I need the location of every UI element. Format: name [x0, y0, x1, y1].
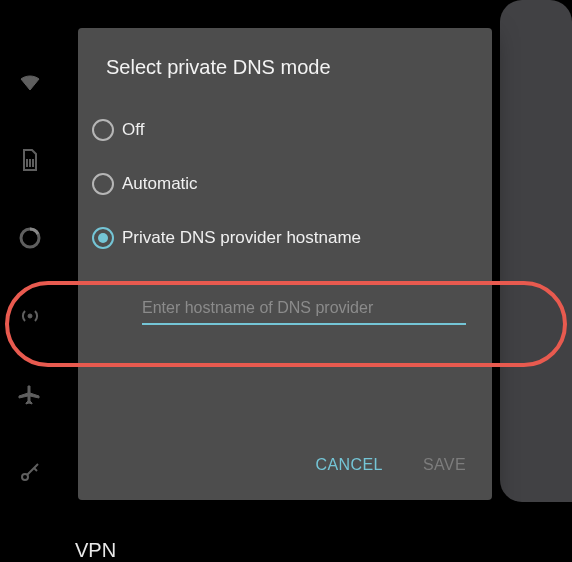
hotspot-icon [18, 304, 42, 332]
option-off[interactable]: Off [90, 103, 480, 157]
svg-point-4 [28, 314, 32, 318]
sim-icon [18, 148, 42, 176]
option-label: Off [122, 120, 144, 140]
right-panel [500, 0, 572, 502]
radio-icon [92, 227, 114, 249]
svg-line-7 [34, 468, 37, 471]
cancel-button[interactable]: CANCEL [316, 456, 383, 474]
dialog-title: Select private DNS mode [78, 56, 492, 103]
airplane-icon [18, 382, 42, 410]
option-automatic[interactable]: Automatic [90, 157, 480, 211]
hostname-input[interactable] [142, 295, 466, 325]
hostname-input-row [78, 265, 492, 325]
radio-icon [92, 173, 114, 195]
data-usage-icon [18, 226, 42, 254]
key-icon [18, 460, 42, 488]
private-dns-dialog: Select private DNS mode Off Automatic Pr… [78, 28, 492, 500]
radio-icon [92, 119, 114, 141]
wifi-icon [18, 70, 42, 98]
option-label: Automatic [122, 174, 198, 194]
list-item-vpn: VPN [75, 539, 116, 562]
option-label: Private DNS provider hostname [122, 228, 361, 248]
option-provider-hostname[interactable]: Private DNS provider hostname [90, 211, 480, 265]
radio-group: Off Automatic Private DNS provider hostn… [78, 103, 492, 265]
dialog-actions: CANCEL SAVE [316, 456, 466, 474]
sidebar [0, 70, 60, 488]
save-button[interactable]: SAVE [423, 456, 466, 474]
